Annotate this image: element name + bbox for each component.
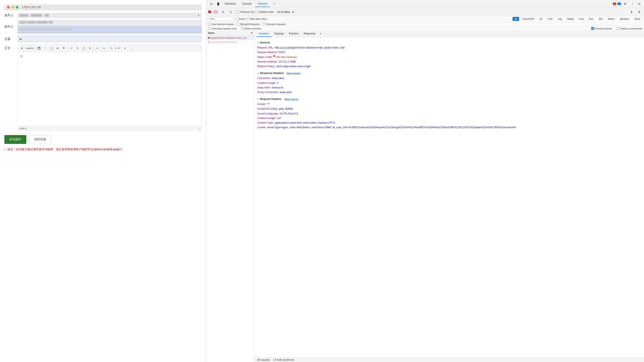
settings-btn[interactable]: ⚙ (622, 1, 628, 7)
filter-type-fetch-xhr[interactable]: Fetch/XHR (520, 17, 536, 21)
subject-input[interactable] (18, 36, 202, 42)
tab-more[interactable]: » (271, 1, 278, 7)
filter-type-css[interactable]: CSS (546, 17, 555, 21)
large-rows-input[interactable] (208, 27, 211, 30)
tab-network[interactable]: Network (255, 1, 270, 7)
capture-screenshots-checkbox[interactable]: Capture screenshots (616, 27, 642, 30)
tab-response[interactable]: Response (301, 31, 318, 37)
invert-input[interactable] (236, 18, 238, 21)
has-blocked-cookies-input[interactable] (208, 23, 211, 26)
filter-input[interactable] (208, 17, 234, 21)
filter-type-js[interactable]: JS (538, 17, 544, 21)
hide-data-urls-input[interactable] (247, 18, 250, 21)
to-input-top[interactable] (18, 20, 202, 25)
filter-type-media[interactable]: Media (565, 17, 576, 21)
devtools-close-btn[interactable]: ✕ (636, 1, 642, 7)
toolbar-cut-btn[interactable]: ✂ (68, 46, 74, 51)
toolbar-undo-btn[interactable]: ↩ (94, 46, 100, 51)
response-view-source-link[interactable]: View source (286, 71, 300, 75)
group-by-frame-input[interactable] (591, 27, 594, 30)
toolbar-templates-btn[interactable]: 📋 (48, 46, 54, 51)
email-body-editor[interactable]: 1 (18, 52, 202, 126)
response-content-length-row: Content-Length: 0 (257, 81, 641, 85)
source-icon: ⊞ (21, 47, 23, 50)
disable-cache-input[interactable] (255, 11, 258, 14)
toolbar-source-btn[interactable]: ⊞ (19, 46, 25, 51)
has-blocked-cookies-checkbox[interactable]: Has blocked cookies (208, 23, 234, 26)
toolbar-more-btn[interactable]: ⋯ (128, 46, 134, 51)
export-btn[interactable]: ⬇ (636, 9, 642, 15)
throttle-select[interactable]: No throttling (275, 10, 295, 14)
filter-type-other[interactable]: Other (632, 17, 642, 21)
inspect-element-btn[interactable]: ⊡ (208, 1, 214, 7)
show-overview-input[interactable] (241, 27, 244, 30)
close-list-icon[interactable]: ✕ (251, 32, 253, 35)
filter-type-doc[interactable]: Doc (587, 17, 596, 21)
resize-handle[interactable]: ⌟ (199, 127, 200, 130)
filter-type-img[interactable]: Img (556, 17, 564, 21)
large-rows-checkbox[interactable]: Use large request rows (208, 27, 236, 30)
request-view-source-link[interactable]: View source (284, 97, 298, 101)
filter-btn[interactable]: ⧉ (220, 9, 226, 15)
headers-content: ▼ General Request URL: http:/plugin?acti… (254, 37, 644, 357)
preserve-log-input[interactable] (236, 11, 239, 14)
toolbar-new-btn[interactable]: 📄 (42, 46, 48, 51)
from-input[interactable]: ▼ (18, 13, 202, 18)
toolbar-replace-btn[interactable]: A→B (114, 46, 120, 51)
import-btn[interactable]: ⬆ (629, 9, 635, 15)
minimize-dot[interactable] (12, 6, 14, 9)
disable-cache-checkbox[interactable]: Disable cache (255, 11, 274, 14)
device-toggle-btn[interactable]: 📱 (215, 1, 221, 7)
toolbar-paste-btn[interactable]: 📋 (81, 46, 86, 51)
blocked-requests-input[interactable] (236, 23, 240, 26)
maximize-dot[interactable] (16, 6, 18, 9)
request-item-0[interactable]: plugin?action=a&name=mail_sys... (206, 36, 254, 40)
preserve-log-checkbox[interactable]: Preserve log (236, 11, 254, 14)
show-overview-checkbox[interactable]: Show overview (241, 27, 261, 30)
filter-type-ws[interactable]: WS (596, 17, 604, 21)
toolbar-paste-text-btn[interactable]: ⎗ (87, 46, 93, 51)
to-input-bottom[interactable] (18, 26, 202, 34)
blocked-requests-checkbox[interactable]: Blocked Requests (236, 23, 260, 26)
clear-button[interactable]: 清空内容 (29, 135, 51, 144)
tab-elements[interactable]: Elements (222, 1, 238, 7)
toolbar-align-btn[interactable]: ≡ (122, 46, 128, 51)
toolbar-save-btn[interactable]: 💾 (36, 46, 42, 51)
capture-screenshots-input[interactable] (616, 27, 619, 30)
tab-headers[interactable]: Headers (256, 31, 272, 37)
search-btn[interactable]: 🔍 (228, 9, 234, 15)
send-button[interactable]: 发送邮件 (4, 135, 26, 144)
filter-type-manifest[interactable]: Manifest (618, 17, 631, 21)
filter-type-all[interactable]: All (512, 17, 519, 21)
clear-network-btn[interactable]: 🚫 (212, 9, 218, 15)
toolbar-preview-btn[interactable]: 👁 (61, 46, 66, 51)
tab-more[interactable]: » (318, 31, 323, 37)
toolbar-print-btn[interactable]: 🖨 (55, 46, 60, 51)
group-by-frame-checkbox[interactable]: Group by frame (591, 27, 612, 30)
filter-type-wasm[interactable]: Wasm (606, 17, 616, 21)
req-accept-lang-row: Accept-Language: zh-CN,zh;q=0.9 (257, 112, 641, 116)
details-panel: Headers Payload Preview Response » ▼ Gen… (254, 31, 644, 362)
third-party-checkbox[interactable]: 3rd-party requests (262, 23, 286, 26)
record-button[interactable] (208, 10, 211, 14)
remote-address-key: Remote Address: (257, 60, 278, 64)
response-headers-section-header[interactable]: ▼ Response Headers View source (257, 71, 641, 75)
close-dot[interactable] (7, 6, 10, 9)
tab-console[interactable]: Console (239, 1, 254, 7)
toolbar-copy-btn[interactable]: ⎘ (75, 46, 80, 51)
hide-data-urls-checkbox[interactable]: Hide data URLs (247, 18, 267, 21)
group-by-frame-label: Group by frame (595, 27, 612, 30)
general-section-header[interactable]: ▼ General (257, 41, 641, 45)
filter-type-font[interactable]: Font (577, 17, 586, 21)
request-item-1[interactable] (206, 40, 254, 44)
request-headers-section-header[interactable]: ▼ Request Headers View source (257, 97, 641, 101)
toolbar-redo-btn[interactable]: ↪ (101, 46, 106, 51)
third-party-input[interactable] (262, 23, 265, 26)
request-url-key: Request URL: (257, 46, 274, 50)
toolbar-find-btn[interactable]: 🔍 (108, 46, 114, 51)
more-options-btn[interactable]: ⋮ (629, 1, 635, 7)
invert-checkbox[interactable]: Invert (236, 18, 246, 21)
tab-preview[interactable]: Preview (286, 31, 301, 37)
from-dropdown-arrow[interactable]: ▼ (198, 14, 200, 17)
tab-payload[interactable]: Payload (272, 31, 286, 37)
